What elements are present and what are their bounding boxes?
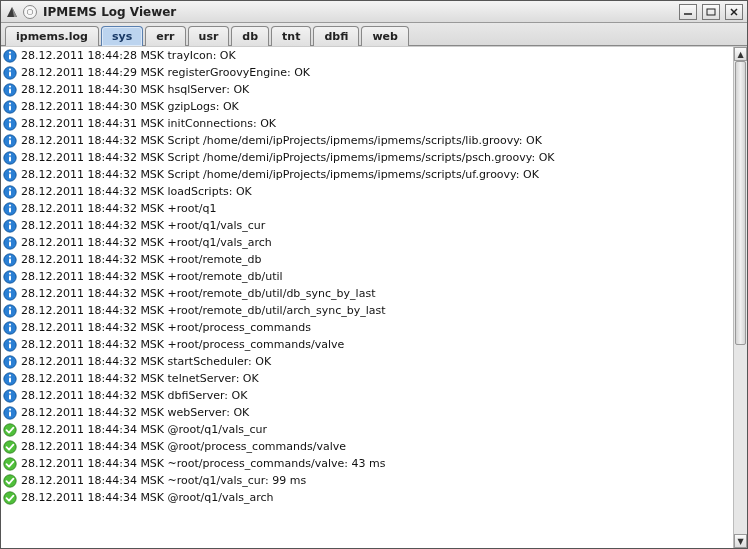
svg-point-49 — [9, 289, 11, 291]
log-row[interactable]: 28.12.2011 18:44:32 MSK dbfiServer: OK — [1, 387, 733, 404]
svg-point-13 — [9, 85, 11, 87]
info-icon — [3, 389, 17, 403]
svg-rect-65 — [9, 377, 11, 382]
svg-rect-35 — [9, 207, 11, 212]
log-text: 28.12.2011 18:44:34 MSK @root/process_co… — [21, 440, 346, 453]
tab-sys[interactable]: sys — [101, 26, 143, 46]
scroll-up-button[interactable]: ▲ — [734, 47, 747, 61]
tab-dbfi[interactable]: dbfi — [313, 26, 359, 46]
svg-rect-29 — [9, 173, 11, 178]
ok-icon — [3, 474, 17, 488]
log-row[interactable]: 28.12.2011 18:44:32 MSK +root/remote_db/… — [1, 285, 733, 302]
info-icon — [3, 49, 17, 63]
svg-point-67 — [9, 391, 11, 393]
log-text: 28.12.2011 18:44:31 MSK initConnections:… — [21, 117, 276, 130]
info-icon — [3, 66, 17, 80]
log-row[interactable]: 28.12.2011 18:44:32 MSK +root/remote_db/… — [1, 268, 733, 285]
log-row[interactable]: 28.12.2011 18:44:32 MSK loadScripts: OK — [1, 183, 733, 200]
log-row[interactable]: 28.12.2011 18:44:32 MSK +root/process_co… — [1, 319, 733, 336]
log-row[interactable]: 28.12.2011 18:44:32 MSK webServer: OK — [1, 404, 733, 421]
log-row[interactable]: 28.12.2011 18:44:30 MSK gzipLogs: OK — [1, 98, 733, 115]
log-row[interactable]: 28.12.2011 18:44:32 MSK Script /home/dem… — [1, 132, 733, 149]
info-icon — [3, 100, 17, 114]
tab-err[interactable]: err — [145, 26, 185, 46]
log-text: 28.12.2011 18:44:32 MSK Script /home/dem… — [21, 168, 539, 181]
log-row[interactable]: 28.12.2011 18:44:32 MSK telnetServer: OK — [1, 370, 733, 387]
log-row[interactable]: 28.12.2011 18:44:32 MSK +root/q1/vals_cu… — [1, 217, 733, 234]
info-icon — [3, 168, 17, 182]
tab-web[interactable]: web — [361, 26, 409, 46]
info-icon — [3, 202, 17, 216]
svg-rect-32 — [9, 190, 11, 195]
svg-rect-41 — [9, 241, 11, 246]
log-row[interactable]: 28.12.2011 18:44:28 MSK trayIcon: OK — [1, 47, 733, 64]
log-row[interactable]: 28.12.2011 18:44:32 MSK +root/process_co… — [1, 336, 733, 353]
app-icon — [5, 5, 19, 19]
svg-point-22 — [9, 136, 11, 138]
log-row[interactable]: 28.12.2011 18:44:32 MSK +root/q1 — [1, 200, 733, 217]
scroll-thumb[interactable] — [735, 61, 746, 345]
svg-point-28 — [9, 170, 11, 172]
svg-point-55 — [9, 323, 11, 325]
log-row[interactable]: 28.12.2011 18:44:29 MSK registerGroovyEn… — [1, 64, 733, 81]
info-icon — [3, 338, 17, 352]
log-row[interactable]: 28.12.2011 18:44:30 MSK hsqlServer: OK — [1, 81, 733, 98]
minimize-button[interactable] — [679, 4, 697, 20]
svg-rect-11 — [9, 71, 11, 76]
log-list[interactable]: 28.12.2011 18:44:28 MSK trayIcon: OK28.1… — [1, 47, 733, 548]
log-text: 28.12.2011 18:44:30 MSK gzipLogs: OK — [21, 100, 239, 113]
pin-icon[interactable]: ○ — [23, 5, 37, 19]
scroll-down-button[interactable]: ▼ — [734, 534, 747, 548]
svg-point-37 — [9, 221, 11, 223]
svg-point-70 — [9, 408, 11, 410]
log-text: 28.12.2011 18:44:32 MSK +root/process_co… — [21, 338, 344, 351]
log-row[interactable]: 28.12.2011 18:44:32 MSK +root/remote_db/… — [1, 302, 733, 319]
tab-usr[interactable]: usr — [188, 26, 230, 46]
svg-rect-3 — [707, 9, 715, 15]
log-row[interactable]: 28.12.2011 18:44:32 MSK +root/q1/vals_ar… — [1, 234, 733, 251]
log-text: 28.12.2011 18:44:32 MSK Script /home/dem… — [21, 151, 555, 164]
log-row[interactable]: 28.12.2011 18:44:32 MSK Script /home/dem… — [1, 149, 733, 166]
tab-ipmems-log[interactable]: ipmems.log — [5, 26, 99, 46]
svg-rect-44 — [9, 258, 11, 263]
log-row[interactable]: 28.12.2011 18:44:32 MSK +root/remote_db — [1, 251, 733, 268]
info-icon — [3, 270, 17, 284]
svg-point-25 — [9, 153, 11, 155]
log-row[interactable]: 28.12.2011 18:44:34 MSK ~root/process_co… — [1, 455, 733, 472]
log-row[interactable]: 28.12.2011 18:44:34 MSK @root/q1/vals_cu… — [1, 421, 733, 438]
log-text: 28.12.2011 18:44:32 MSK +root/remote_db — [21, 253, 262, 266]
maximize-button[interactable] — [702, 4, 720, 20]
info-icon — [3, 134, 17, 148]
log-text: 28.12.2011 18:44:32 MSK +root/remote_db/… — [21, 304, 386, 317]
info-icon — [3, 219, 17, 233]
log-text: 28.12.2011 18:44:32 MSK webServer: OK — [21, 406, 249, 419]
log-text: 28.12.2011 18:44:29 MSK registerGroovyEn… — [21, 66, 310, 79]
info-icon — [3, 83, 17, 97]
svg-point-16 — [9, 102, 11, 104]
log-row[interactable]: 28.12.2011 18:44:32 MSK startScheduler: … — [1, 353, 733, 370]
svg-point-52 — [9, 306, 11, 308]
info-icon — [3, 321, 17, 335]
scroll-track[interactable] — [734, 61, 747, 534]
log-row[interactable]: 28.12.2011 18:44:34 MSK @root/q1/vals_ar… — [1, 489, 733, 506]
log-text: 28.12.2011 18:44:28 MSK trayIcon: OK — [21, 49, 236, 62]
info-icon — [3, 185, 17, 199]
log-row[interactable]: 28.12.2011 18:44:34 MSK ~root/q1/vals_cu… — [1, 472, 733, 489]
svg-point-64 — [9, 374, 11, 376]
vertical-scrollbar[interactable]: ▲ ▼ — [733, 47, 747, 548]
svg-rect-50 — [9, 292, 11, 297]
window-title: IPMEMS Log Viewer — [41, 5, 674, 19]
svg-point-31 — [9, 187, 11, 189]
info-icon — [3, 236, 17, 250]
tab-tnt[interactable]: tnt — [271, 26, 311, 46]
close-button[interactable] — [725, 4, 743, 20]
svg-point-19 — [9, 119, 11, 121]
log-row[interactable]: 28.12.2011 18:44:31 MSK initConnections:… — [1, 115, 733, 132]
log-row[interactable]: 28.12.2011 18:44:34 MSK @root/process_co… — [1, 438, 733, 455]
log-row[interactable]: 28.12.2011 18:44:32 MSK Script /home/dem… — [1, 166, 733, 183]
svg-rect-71 — [9, 411, 11, 416]
log-text: 28.12.2011 18:44:32 MSK +root/process_co… — [21, 321, 311, 334]
tab-db[interactable]: db — [231, 26, 269, 46]
svg-rect-38 — [9, 224, 11, 229]
log-text: 28.12.2011 18:44:32 MSK +root/q1/vals_ar… — [21, 236, 272, 249]
